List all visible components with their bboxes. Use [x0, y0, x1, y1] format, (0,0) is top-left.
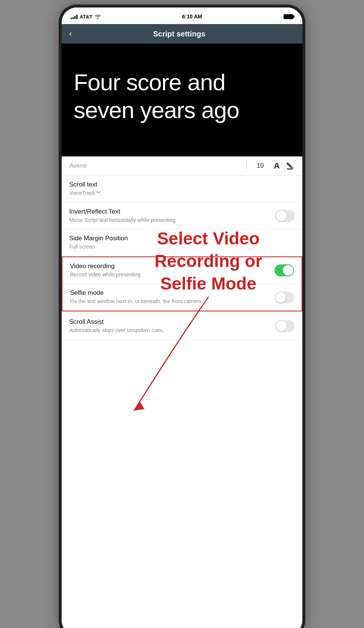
script-preview: Four score and seven years ago — [62, 44, 302, 156]
video-recording-content: Video recording Record video while prese… — [70, 262, 270, 279]
invert-reflect-row: Invert/Reflect Text Mirror Script text h… — [62, 203, 302, 230]
font-divider — [246, 161, 247, 170]
selfie-mode-sublabel: Fix the text window next to, or beneath,… — [70, 298, 270, 305]
font-name-label: Avenir — [69, 162, 240, 170]
video-recording-label: Video recording — [70, 262, 270, 270]
settings-panel: Avenir 10 A Scroll text VoiceTrack™ Inve… — [62, 156, 302, 340]
video-recording-toggle[interactable] — [275, 264, 294, 276]
video-recording-row: Video recording Record video while prese… — [62, 257, 302, 284]
back-button[interactable]: ‹ — [69, 30, 72, 38]
side-margin-row: Side Margin Position Full screen — [62, 229, 302, 256]
invert-reflect-content: Invert/Reflect Text Mirror Script text h… — [69, 208, 271, 224]
scroll-text-row: Scroll text VoiceTrack™ — [62, 176, 302, 203]
highlighted-section: Video recording Record video while prese… — [62, 256, 302, 311]
invert-reflect-label: Invert/Reflect Text — [69, 208, 271, 215]
status-time: 6:10 AM — [182, 14, 202, 20]
font-size-value: 10 — [253, 162, 268, 170]
carrier-label: AT&T — [80, 14, 93, 20]
battery-icon — [284, 14, 293, 19]
wifi-icon — [95, 14, 101, 19]
status-left: AT&T — [71, 14, 101, 20]
phone-frame: AT&T 6:10 AM ‹ Script settings Four scor… — [62, 8, 302, 628]
scroll-text-label: Scroll text — [69, 181, 295, 188]
script-preview-text: Four score and seven years ago — [74, 68, 290, 124]
selfie-mode-toggle[interactable] — [275, 291, 294, 303]
side-margin-sublabel: Full screen — [69, 243, 295, 251]
font-row: Avenir 10 A — [62, 156, 302, 176]
page-title: Script settings — [78, 30, 281, 38]
side-margin-label: Side Margin Position — [69, 235, 295, 242]
status-right — [284, 14, 293, 19]
video-recording-sublabel: Record video while presenting — [70, 271, 270, 279]
side-margin-content: Side Margin Position Full screen — [69, 235, 295, 251]
scroll-text-content: Scroll text VoiceTrack™ — [69, 181, 295, 197]
selfie-mode-label: Selfie mode — [70, 289, 270, 297]
scroll-assist-label: Scroll Assist — [69, 318, 271, 326]
scroll-assist-row: Scroll Assist Automatically skips over u… — [62, 313, 302, 340]
signal-icon — [71, 14, 77, 19]
nav-bar: ‹ Script settings — [62, 24, 302, 44]
scroll-assist-sublabel: Automatically skips over unspoken cues, — [69, 327, 271, 334]
invert-reflect-toggle[interactable] — [275, 210, 295, 222]
scroll-assist-content: Scroll Assist Automatically skips over u… — [69, 318, 271, 334]
svg-rect-0 — [287, 168, 293, 170]
invert-reflect-sublabel: Mirror Script text horizontally while pr… — [69, 217, 271, 224]
status-bar: AT&T 6:10 AM — [62, 8, 302, 24]
annotation-arrowhead — [133, 402, 144, 411]
paint-bucket-icon[interactable] — [286, 161, 295, 170]
scroll-text-sublabel: VoiceTrack™ — [69, 190, 295, 197]
scroll-assist-toggle[interactable] — [275, 320, 295, 332]
font-size-icon[interactable]: A — [274, 161, 280, 171]
selfie-mode-row: Selfie mode Fix the text window next to,… — [62, 284, 302, 311]
selfie-mode-content: Selfie mode Fix the text window next to,… — [70, 289, 270, 305]
